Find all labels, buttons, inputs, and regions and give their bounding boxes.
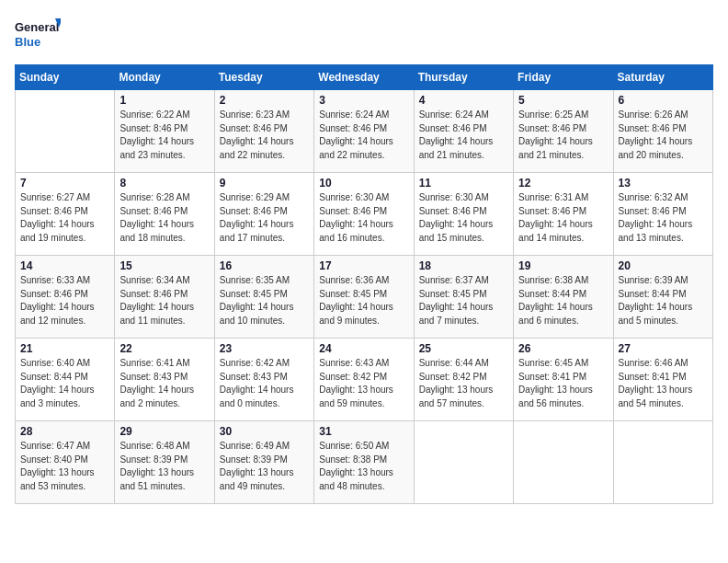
day-number: 19 <box>518 259 608 272</box>
calendar-cell <box>16 90 115 173</box>
day-number: 12 <box>518 177 608 190</box>
page-header: General Blue <box>15 15 713 55</box>
day-info: Sunrise: 6:47 AM Sunset: 8:40 PM Dayligh… <box>20 440 109 493</box>
calendar-cell: 19Sunrise: 6:38 AM Sunset: 8:44 PM Dayli… <box>514 256 613 339</box>
day-info: Sunrise: 6:24 AM Sunset: 8:46 PM Dayligh… <box>319 109 408 162</box>
day-number: 4 <box>419 94 508 107</box>
calendar-cell <box>414 421 513 504</box>
day-info: Sunrise: 6:30 AM Sunset: 8:46 PM Dayligh… <box>419 191 508 245</box>
day-info: Sunrise: 6:43 AM Sunset: 8:42 PM Dayligh… <box>319 357 408 410</box>
calendar-cell: 23Sunrise: 6:42 AM Sunset: 8:43 PM Dayli… <box>214 339 313 421</box>
day-info: Sunrise: 6:46 AM Sunset: 8:41 PM Dayligh… <box>619 357 708 410</box>
day-info: Sunrise: 6:34 AM Sunset: 8:46 PM Dayligh… <box>119 274 209 327</box>
day-number: 9 <box>220 177 309 190</box>
day-number: 28 <box>20 425 109 438</box>
day-info: Sunrise: 6:48 AM Sunset: 8:39 PM Dayligh… <box>119 440 209 493</box>
day-number: 17 <box>319 259 408 272</box>
day-number: 16 <box>220 259 309 272</box>
day-info: Sunrise: 6:31 AM Sunset: 8:46 PM Dayligh… <box>518 191 608 245</box>
col-header-tuesday: Tuesday <box>214 65 313 90</box>
calendar-cell: 29Sunrise: 6:48 AM Sunset: 8:39 PM Dayli… <box>115 421 214 504</box>
svg-text:Blue: Blue <box>15 35 40 49</box>
col-header-monday: Monday <box>115 65 214 90</box>
calendar-cell: 27Sunrise: 6:46 AM Sunset: 8:41 PM Dayli… <box>613 339 712 421</box>
calendar-cell: 28Sunrise: 6:47 AM Sunset: 8:40 PM Dayli… <box>16 421 115 504</box>
day-number: 6 <box>619 94 708 107</box>
calendar-cell: 24Sunrise: 6:43 AM Sunset: 8:42 PM Dayli… <box>314 339 414 421</box>
day-info: Sunrise: 6:36 AM Sunset: 8:45 PM Dayligh… <box>319 274 408 327</box>
calendar-cell: 5Sunrise: 6:25 AM Sunset: 8:46 PM Daylig… <box>514 90 613 173</box>
day-number: 20 <box>619 259 708 272</box>
calendar-cell: 22Sunrise: 6:41 AM Sunset: 8:43 PM Dayli… <box>115 339 214 421</box>
calendar-cell: 14Sunrise: 6:33 AM Sunset: 8:46 PM Dayli… <box>16 256 115 339</box>
day-number: 18 <box>419 259 508 272</box>
calendar-cell: 30Sunrise: 6:49 AM Sunset: 8:39 PM Dayli… <box>214 421 313 504</box>
day-info: Sunrise: 6:41 AM Sunset: 8:43 PM Dayligh… <box>119 357 209 410</box>
day-number: 11 <box>419 177 508 190</box>
day-number: 3 <box>319 94 408 107</box>
day-number: 31 <box>319 425 408 438</box>
calendar-cell: 6Sunrise: 6:26 AM Sunset: 8:46 PM Daylig… <box>613 90 712 173</box>
day-number: 10 <box>319 177 408 190</box>
calendar-cell: 16Sunrise: 6:35 AM Sunset: 8:45 PM Dayli… <box>214 256 313 339</box>
calendar-cell: 15Sunrise: 6:34 AM Sunset: 8:46 PM Dayli… <box>115 256 214 339</box>
calendar-cell: 26Sunrise: 6:45 AM Sunset: 8:41 PM Dayli… <box>514 339 613 421</box>
day-info: Sunrise: 6:23 AM Sunset: 8:46 PM Dayligh… <box>220 109 309 162</box>
calendar-cell: 25Sunrise: 6:44 AM Sunset: 8:42 PM Dayli… <box>414 339 513 421</box>
col-header-saturday: Saturday <box>613 65 712 90</box>
calendar-cell: 4Sunrise: 6:24 AM Sunset: 8:46 PM Daylig… <box>414 90 513 173</box>
day-number: 15 <box>119 259 209 272</box>
day-info: Sunrise: 6:26 AM Sunset: 8:46 PM Dayligh… <box>619 109 708 162</box>
day-number: 29 <box>119 425 209 438</box>
day-info: Sunrise: 6:30 AM Sunset: 8:46 PM Dayligh… <box>319 191 408 245</box>
day-info: Sunrise: 6:39 AM Sunset: 8:44 PM Dayligh… <box>619 274 708 327</box>
calendar-cell: 8Sunrise: 6:28 AM Sunset: 8:46 PM Daylig… <box>115 173 214 256</box>
day-number: 23 <box>220 342 309 355</box>
day-info: Sunrise: 6:22 AM Sunset: 8:46 PM Dayligh… <box>119 109 209 162</box>
calendar-cell <box>613 421 712 504</box>
day-number: 25 <box>419 342 508 355</box>
day-info: Sunrise: 6:37 AM Sunset: 8:45 PM Dayligh… <box>419 274 508 327</box>
day-info: Sunrise: 6:40 AM Sunset: 8:44 PM Dayligh… <box>20 357 109 410</box>
col-header-friday: Friday <box>514 65 613 90</box>
logo: General Blue <box>15 15 61 55</box>
calendar-cell <box>514 421 613 504</box>
calendar-cell: 20Sunrise: 6:39 AM Sunset: 8:44 PM Dayli… <box>613 256 712 339</box>
day-number: 2 <box>220 94 309 107</box>
col-header-sunday: Sunday <box>16 65 115 90</box>
calendar-cell: 17Sunrise: 6:36 AM Sunset: 8:45 PM Dayli… <box>314 256 414 339</box>
calendar-cell: 21Sunrise: 6:40 AM Sunset: 8:44 PM Dayli… <box>16 339 115 421</box>
day-number: 27 <box>619 342 708 355</box>
day-info: Sunrise: 6:33 AM Sunset: 8:46 PM Dayligh… <box>20 274 109 327</box>
day-number: 14 <box>20 259 109 272</box>
day-info: Sunrise: 6:44 AM Sunset: 8:42 PM Dayligh… <box>419 357 508 410</box>
calendar-table: SundayMondayTuesdayWednesdayThursdayFrid… <box>15 64 713 504</box>
day-info: Sunrise: 6:32 AM Sunset: 8:46 PM Dayligh… <box>619 191 708 245</box>
day-info: Sunrise: 6:38 AM Sunset: 8:44 PM Dayligh… <box>518 274 608 327</box>
logo-svg: General Blue <box>15 15 61 55</box>
day-info: Sunrise: 6:35 AM Sunset: 8:45 PM Dayligh… <box>220 274 309 327</box>
calendar-cell: 31Sunrise: 6:50 AM Sunset: 8:38 PM Dayli… <box>314 421 414 504</box>
day-info: Sunrise: 6:27 AM Sunset: 8:46 PM Dayligh… <box>20 191 109 245</box>
calendar-cell: 1Sunrise: 6:22 AM Sunset: 8:46 PM Daylig… <box>115 90 214 173</box>
day-number: 26 <box>518 342 608 355</box>
calendar-cell: 10Sunrise: 6:30 AM Sunset: 8:46 PM Dayli… <box>314 173 414 256</box>
col-header-wednesday: Wednesday <box>314 65 414 90</box>
day-info: Sunrise: 6:49 AM Sunset: 8:39 PM Dayligh… <box>220 440 309 493</box>
day-info: Sunrise: 6:25 AM Sunset: 8:46 PM Dayligh… <box>518 109 608 162</box>
calendar-cell: 12Sunrise: 6:31 AM Sunset: 8:46 PM Dayli… <box>514 173 613 256</box>
col-header-thursday: Thursday <box>414 65 513 90</box>
day-info: Sunrise: 6:24 AM Sunset: 8:46 PM Dayligh… <box>419 109 508 162</box>
calendar-cell: 3Sunrise: 6:24 AM Sunset: 8:46 PM Daylig… <box>314 90 414 173</box>
svg-text:General: General <box>15 20 59 34</box>
day-info: Sunrise: 6:45 AM Sunset: 8:41 PM Dayligh… <box>518 357 608 410</box>
calendar-cell: 7Sunrise: 6:27 AM Sunset: 8:46 PM Daylig… <box>16 173 115 256</box>
day-number: 8 <box>119 177 209 190</box>
day-number: 13 <box>619 177 708 190</box>
day-info: Sunrise: 6:29 AM Sunset: 8:46 PM Dayligh… <box>220 191 309 245</box>
calendar-cell: 11Sunrise: 6:30 AM Sunset: 8:46 PM Dayli… <box>414 173 513 256</box>
day-info: Sunrise: 6:50 AM Sunset: 8:38 PM Dayligh… <box>319 440 408 493</box>
day-info: Sunrise: 6:42 AM Sunset: 8:43 PM Dayligh… <box>220 357 309 410</box>
day-number: 24 <box>319 342 408 355</box>
day-number: 5 <box>518 94 608 107</box>
